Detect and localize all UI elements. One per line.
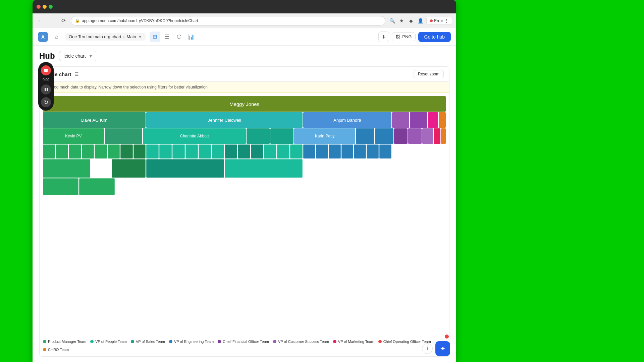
node-purple-1[interactable] [392,112,409,128]
node-p2a[interactable] [394,128,408,144]
teal-cell-l4-10[interactable] [264,144,276,159]
teal-cell-l4-12[interactable] [290,144,303,159]
node-pink-1[interactable] [428,112,438,128]
profile-icon[interactable]: 👤 [417,17,424,24]
icicle-chart[interactable]: Meggy Jones Dave AG Kim Jennifer Caldwel… [43,96,446,336]
node-blue-sub-2[interactable] [375,128,393,144]
node-kevin-pv[interactable]: Kevin PV [43,128,104,144]
green-l5-2[interactable] [112,159,146,178]
green-l5-1[interactable] [43,159,90,178]
minimize-button[interactable] [43,5,47,9]
teal-cell-l4-11[interactable] [277,144,289,159]
filter-icon[interactable]: ☰ [74,71,79,77]
top-nav: A ⌂ One Ten Inc main org chart • Main ▼ … [33,28,456,46]
bookmark-icon[interactable]: ★ [398,17,405,24]
node-jennifer-caldwell[interactable]: Jennifer Caldwell [146,112,303,128]
breadcrumb[interactable]: One Ten Inc main org chart • Main ▼ [65,33,146,41]
share-button[interactable]: ⬡ [174,32,184,42]
node-p2b[interactable] [408,128,422,144]
forward-button[interactable]: → [48,17,56,25]
chart-view-button[interactable]: 📊 [186,32,197,42]
teal-l5-1[interactable] [146,159,224,178]
url-bar[interactable]: 🔒 app.agentnoon.com/hub/board_yVDKBYhDKO… [71,16,385,25]
teal-cell-l4-4[interactable] [185,144,198,159]
magic-button[interactable]: ✦ [435,341,449,356]
green-cell-l4-5[interactable] [95,144,107,159]
extension-icon[interactable]: ◆ [408,17,414,24]
blue-cell-l4-6[interactable] [367,144,379,159]
main-area: Hub Icicle chart ▼ Icicle chart ☰ Reset … [33,46,456,362]
reset-recording-button[interactable]: ↻ [41,97,51,107]
blue-cell-l4-2[interactable] [316,144,328,159]
go-to-hub-button[interactable]: Go to hub [418,32,451,42]
blue-cell-l4-7[interactable] [379,144,391,159]
error-indicator [430,19,433,22]
download-button[interactable]: ⬇ [378,32,389,42]
stop-recording-button[interactable] [41,65,51,75]
node-orange-1[interactable] [439,112,446,128]
logo-text: A [41,34,45,40]
node-charlotte-abbott[interactable]: Charlotte Abbott [143,128,246,144]
info-button[interactable]: ℹ [422,343,433,354]
blue-cell-l4-4[interactable] [341,144,354,159]
node-teal-sub-1[interactable] [247,128,270,144]
legend-label-2: VP of Sales Team [136,340,165,344]
teal-cell-l4-8[interactable] [238,144,250,159]
teal-cell-l4-2[interactable] [159,144,172,159]
legend-dot-0 [43,340,46,343]
bottom-right-controls: ℹ ✦ [422,335,449,356]
legend-dot-1 [90,340,94,343]
node-blue-sub-1[interactable] [356,128,374,144]
teal-l5-2[interactable] [225,159,303,178]
green-cell-l4-2[interactable] [56,144,68,159]
node-p2c[interactable] [422,128,433,144]
warning-text: Too much data to display. Narrow down th… [52,85,208,89]
list-view-button[interactable]: ☰ [162,32,172,42]
node-pink-s[interactable] [434,128,440,144]
teal-cell-l4-1[interactable] [146,144,159,159]
chart-row-l2: Dave AG Kim Jennifer Caldwell Anjum Band… [43,112,446,128]
zoom-icon[interactable]: 🔍 [389,17,395,24]
teal-cell-l4-3[interactable] [172,144,185,159]
node-purple-2[interactable] [410,112,427,128]
blue-cell-l4-5[interactable] [354,144,366,159]
blue-cell-l4-1[interactable] [303,144,315,159]
pause-recording-button[interactable] [41,84,51,95]
green-cell-l4-4[interactable] [82,144,94,159]
blue-cell-l4-3[interactable] [329,144,341,159]
node-orange-s[interactable] [441,128,446,144]
green-cell-l4-8[interactable] [133,144,146,159]
stop-icon [44,69,48,72]
node-anjum-bandra[interactable]: Anjum Bandra [303,112,391,128]
node-karin-petty[interactable]: Karin Petty [294,128,355,144]
error-button[interactable]: Error ⋮ [426,17,452,25]
refresh-button[interactable]: ⟳ [59,17,67,25]
bottom-action-buttons: ℹ ✦ [422,341,449,356]
green-cell-l4-6[interactable] [108,144,120,159]
app-logo[interactable]: A [38,32,48,42]
grid-view-button[interactable]: ⊞ [150,32,160,42]
maximize-button[interactable] [49,5,53,9]
chart-row-l4 [43,144,446,159]
node-dave-ag-kim[interactable]: Dave AG Kim [43,112,146,128]
teal-cell-l4-5[interactable] [199,144,211,159]
pause-bar-2 [47,88,48,91]
home-button[interactable]: ⌂ [52,32,61,42]
green-cell-l4-7[interactable] [120,144,133,159]
green-l6-2[interactable] [79,178,115,195]
green-l6-1[interactable] [43,178,78,195]
chart-type-select[interactable]: Icicle chart ▼ [59,51,98,61]
back-button[interactable]: ← [37,17,45,25]
reset-zoom-button[interactable]: Reset zoom [414,70,444,78]
green-cell-l4-3[interactable] [69,144,81,159]
png-export-button[interactable]: 🖼 .PNG [392,32,416,41]
node-green-sub[interactable] [105,128,142,144]
teal-cell-l4-7[interactable] [225,144,237,159]
teal-cell-l4-6[interactable] [212,144,224,159]
node-meggy-jones[interactable]: Meggy Jones [43,96,446,112]
close-button[interactable] [37,5,41,9]
node-teal-sub-2[interactable] [270,128,293,144]
teal-cell-l4-9[interactable] [251,144,263,159]
green-cell-l4-1[interactable] [43,144,55,159]
node-meggy-jones-label: Meggy Jones [229,101,259,107]
